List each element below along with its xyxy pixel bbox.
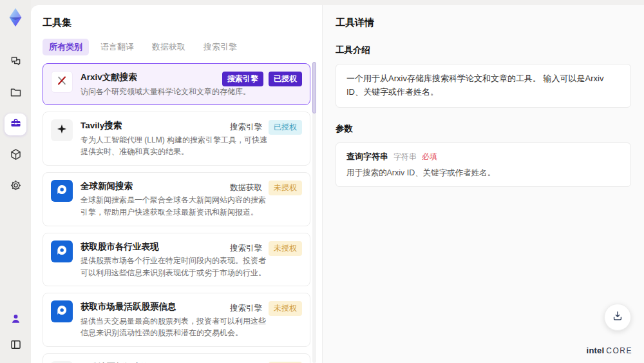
brand-primary: intel — [587, 346, 605, 355]
cube-icon — [9, 148, 23, 164]
sidebar-item-profile[interactable] — [6, 310, 25, 329]
tool-list: Arxiv文献搜索 访问各个研究领域大量科学论文和文章的存储库。 搜索引擎 已授… — [43, 63, 310, 363]
download-icon — [611, 309, 624, 325]
param-name: 查询字符串 — [346, 151, 388, 162]
tool-description: 专为人工智能代理 (LLM) 构建的搜索引擎工具，可快速提供实时、准确和真实的结… — [80, 134, 269, 158]
intro-heading: 工具介绍 — [336, 44, 631, 56]
tool-icon — [51, 71, 73, 93]
chat-icon — [9, 55, 23, 71]
tool-meta: 搜索引擎 未授权 — [230, 241, 302, 256]
tool-status-badge: 已授权 — [269, 72, 302, 86]
tool-description: 提供股票市场各个行业在特定时间段内的表现。投资者可以利用这些信息来识别表现优于或… — [80, 255, 269, 279]
gear-icon — [9, 179, 23, 195]
tool-card[interactable]: Arxiv文献搜索 访问各个研究领域大量科学论文和文章的存储库。 搜索引擎 已授… — [43, 63, 310, 105]
tool-status-badge: 未授权 — [269, 301, 302, 316]
param-header-row: 查询字符串 字符串 必填 — [346, 151, 620, 162]
tool-category-badge: 搜索引擎 — [230, 243, 262, 254]
tool-card[interactable]: Tavily搜索 专为人工智能代理 (LLM) 构建的搜索引擎工具，可快速提供实… — [43, 112, 310, 166]
tool-card[interactable]: 全球新闻搜索 全球新闻搜索是一个聚合全球各大新闻网站内容的搜索引擎，帮助用户快速… — [43, 172, 310, 226]
sidebar — [0, 0, 31, 363]
news-aggregator-icon — [55, 304, 68, 319]
sidebar-item-tools[interactable] — [5, 113, 26, 135]
sidebar-item-collapse[interactable] — [6, 336, 25, 355]
category-tab[interactable]: 搜索引擎 — [197, 39, 243, 55]
folder-icon — [9, 86, 23, 102]
tool-category-badge: 搜索引擎 — [230, 303, 262, 314]
sidebar-item-models[interactable] — [5, 144, 26, 166]
params-heading: 参数 — [336, 123, 631, 135]
category-tab[interactable]: 数据获取 — [146, 39, 192, 55]
app-logo-icon — [5, 6, 26, 28]
tool-category-badge: 数据获取 — [230, 182, 262, 193]
tool-category-badge: 搜索引擎 — [230, 122, 262, 133]
tool-icon — [51, 300, 73, 322]
app-window: 工具集 所有类别 语言翻译 数据获取 搜索引擎 Arxiv文献搜索 访问各个研究… — [0, 0, 644, 363]
param-box: 查询字符串 字符串 必填 用于搜索的Arxiv ID、关键字或作者姓名。 — [336, 142, 631, 187]
tool-description: 访问各个研究领域大量科学论文和文章的存储库。 — [80, 86, 251, 98]
tool-category-badge: 搜索引擎 — [222, 72, 263, 86]
intro-text: 一个用于从Arxiv存储库搜索科学论文和文章的工具。 输入可以是Arxiv ID… — [346, 72, 620, 99]
download-button[interactable] — [604, 304, 631, 331]
main-content: 工具集 所有类别 语言翻译 数据获取 搜索引擎 Arxiv文献搜索 访问各个研究… — [31, 5, 644, 363]
sidebar-item-files[interactable] — [5, 83, 26, 104]
tool-status-badge: 未授权 — [269, 181, 302, 195]
tool-meta: 搜索引擎 已授权 — [222, 72, 302, 86]
tool-status-badge: 已授权 — [269, 120, 302, 135]
intro-box: 一个用于从Arxiv存储库搜索科学论文和文章的工具。 输入可以是Arxiv ID… — [336, 64, 631, 108]
tool-meta: 数据获取 未授权 — [230, 181, 302, 195]
tool-list-panel: 工具集 所有类别 语言翻译 数据获取 搜索引擎 Arxiv文献搜索 访问各个研究… — [31, 5, 322, 363]
user-icon — [9, 312, 23, 328]
tool-description: 全球新闻搜索是一个聚合全球各大新闻网站内容的搜索引擎，帮助用户快速获取全球最新资… — [80, 194, 269, 218]
tool-icon — [51, 119, 73, 141]
tool-card[interactable]: 万维地区新闻查询 查询具体行政区划内的新闻，快速了解各地新闻动态 搜索引擎 未授… — [43, 353, 310, 363]
tool-detail-panel: 工具详情 工具介绍 一个用于从Arxiv存储库搜索科学论文和文章的工具。 输入可… — [322, 5, 644, 363]
sidebar-item-chat[interactable] — [5, 52, 26, 74]
detail-title: 工具详情 — [336, 17, 631, 29]
news-aggregator-icon — [55, 244, 68, 259]
tool-meta: 搜索引擎 未授权 — [230, 301, 302, 316]
brand-secondary: CORE — [606, 346, 632, 355]
news-aggregator-icon — [55, 183, 68, 199]
sidebar-item-settings[interactable] — [5, 175, 26, 197]
param-type: 字符串 — [393, 152, 417, 162]
tool-description: 提供当天交易量最高的股票列表，投资者可以利用这些信息来识别流动性强的股票和潜在的… — [80, 315, 269, 339]
tavily-star-icon — [55, 123, 68, 139]
arxiv-icon — [55, 74, 68, 90]
param-required-badge: 必填 — [422, 152, 437, 162]
panel-toggle-icon — [9, 338, 23, 354]
sidebar-bottom — [6, 310, 25, 363]
scrollbar-track[interactable] — [312, 62, 316, 363]
intel-core-logo: intel CORE — [587, 346, 632, 355]
tool-card[interactable]: 获取市场最活跃股票信息 提供当天交易量最高的股票列表，投资者可以利用这些信息来识… — [43, 293, 310, 347]
toolbox-icon — [9, 117, 23, 133]
category-tabs: 所有类别 语言翻译 数据获取 搜索引擎 — [43, 39, 310, 55]
tool-meta: 搜索引擎 已授权 — [230, 120, 302, 135]
tool-status-badge: 未授权 — [269, 241, 302, 256]
page-title: 工具集 — [43, 17, 310, 29]
tool-card[interactable]: 获取股市各行业表现 提供股票市场各个行业在特定时间段内的表现。投资者可以利用这些… — [43, 233, 310, 287]
sidebar-nav — [5, 52, 26, 197]
category-tab[interactable]: 所有类别 — [43, 39, 89, 55]
scrollbar-thumb[interactable] — [312, 62, 316, 113]
tool-icon — [51, 240, 73, 262]
param-description: 用于搜索的Arxiv ID、关键字或作者姓名。 — [346, 168, 620, 179]
tool-icon — [51, 180, 73, 202]
category-tab[interactable]: 语言翻译 — [94, 39, 140, 55]
